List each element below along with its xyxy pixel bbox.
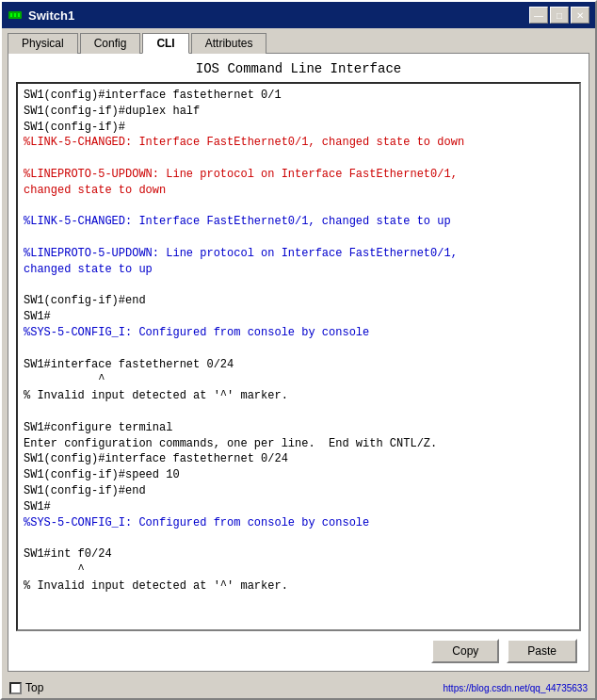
maximize-button[interactable]: □	[550, 7, 569, 24]
top-checkbox[interactable]	[9, 682, 22, 694]
copy-button[interactable]: Copy	[431, 639, 499, 663]
tab-physical[interactable]: Physical	[8, 33, 78, 54]
top-checkbox-container: Top	[9, 681, 43, 694]
paste-button[interactable]: Paste	[507, 639, 577, 663]
terminal-scroll[interactable]: SW1(config)#interface fastethernet 0/1 S…	[18, 84, 579, 629]
close-button[interactable]: ✕	[571, 7, 589, 24]
svg-rect-2	[14, 13, 16, 17]
tab-config[interactable]: Config	[80, 33, 141, 54]
tab-cli[interactable]: CLI	[142, 33, 188, 54]
top-label: Top	[25, 681, 43, 694]
terminal-container: SW1(config)#interface fastethernet 0/1 S…	[16, 82, 581, 631]
title-buttons: — □ ✕	[529, 7, 589, 24]
minimize-button[interactable]: —	[529, 7, 548, 24]
main-window: Switch1 — □ ✕ Physical Config CLI Attrib…	[0, 0, 597, 700]
tab-bar: Physical Config CLI Attributes	[2, 28, 595, 53]
title-bar-left: Switch1	[8, 8, 74, 23]
svg-rect-3	[18, 13, 20, 17]
switch-icon	[8, 8, 23, 23]
content-area: IOS Command Line Interface SW1(config)#i…	[8, 53, 589, 672]
svg-rect-1	[10, 13, 12, 17]
bottom-bar: Top https://blog.csdn.net/qq_44735633	[2, 677, 595, 698]
window-title: Switch1	[28, 8, 74, 23]
cli-title: IOS Command Line Interface	[16, 61, 581, 76]
bottom-link[interactable]: https://blog.csdn.net/qq_44735633	[444, 683, 588, 693]
tab-attributes[interactable]: Attributes	[191, 33, 267, 54]
title-bar: Switch1 — □ ✕	[2, 2, 595, 28]
button-row: Copy Paste	[16, 639, 581, 663]
terminal-output: SW1(config)#interface fastethernet 0/1 S…	[24, 88, 573, 594]
